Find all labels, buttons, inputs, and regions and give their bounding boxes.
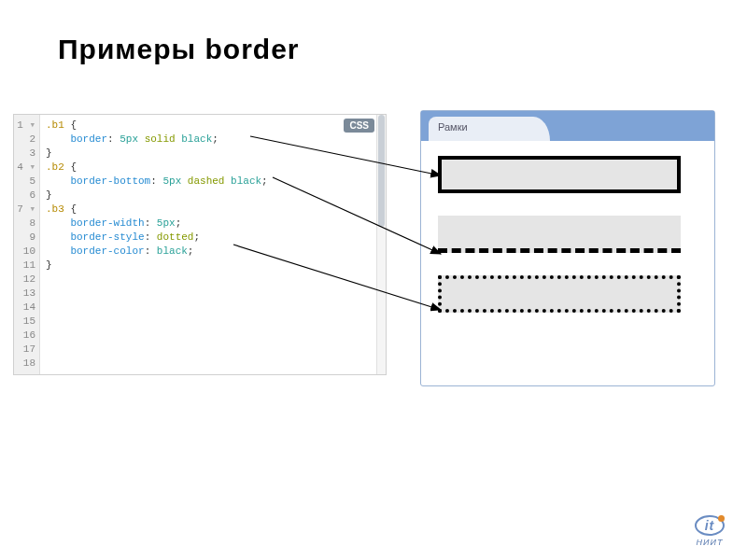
- demo-box-dotted: [438, 275, 681, 313]
- demo-box-solid: [438, 156, 681, 193]
- line-number: 3: [14, 147, 39, 161]
- logo-text: НИИТ: [695, 538, 725, 547]
- preview-body: [421, 141, 714, 385]
- line-number: 6: [14, 189, 39, 203]
- preview-tabbar: Рамки: [421, 111, 714, 141]
- niit-logo: it НИИТ: [695, 515, 725, 547]
- logo-icon: it: [695, 515, 725, 536]
- demo-box-dashed-bottom: [438, 216, 681, 253]
- line-number: 5: [14, 175, 39, 189]
- code-content[interactable]: .b1 { border: 5px solid black; } .b2 { b…: [40, 115, 376, 374]
- line-number: 12: [14, 273, 39, 287]
- line-number: 18: [14, 357, 39, 371]
- line-number: 4 ▾: [14, 161, 39, 175]
- line-number: 9: [14, 231, 39, 245]
- line-number: 1 ▾: [14, 119, 39, 133]
- line-number: 14: [14, 301, 39, 315]
- editor-scrollbar[interactable]: [376, 115, 386, 374]
- line-number: 17: [14, 343, 39, 357]
- line-number: 2: [14, 133, 39, 147]
- scrollbar-thumb[interactable]: [378, 115, 385, 227]
- code-editor: 1 ▾ 2 3 4 ▾ 5 6 7 ▾ 8 9 10 11 12 13 14 1…: [13, 114, 387, 375]
- line-number-gutter: 1 ▾ 2 3 4 ▾ 5 6 7 ▾ 8 9 10 11 12 13 14 1…: [14, 115, 40, 374]
- line-number: 8: [14, 217, 39, 231]
- language-badge: CSS: [344, 119, 374, 133]
- line-number: 15: [14, 315, 39, 329]
- line-number: 11: [14, 259, 39, 273]
- line-number: 10: [14, 245, 39, 259]
- line-number: 13: [14, 287, 39, 301]
- logo-dot-icon: [718, 515, 725, 522]
- line-number: 7 ▾: [14, 203, 39, 217]
- slide-title: Примеры border: [58, 34, 300, 65]
- preview-tab[interactable]: Рамки: [429, 117, 550, 141]
- line-number: 16: [14, 329, 39, 343]
- preview-window: Рамки: [420, 110, 715, 386]
